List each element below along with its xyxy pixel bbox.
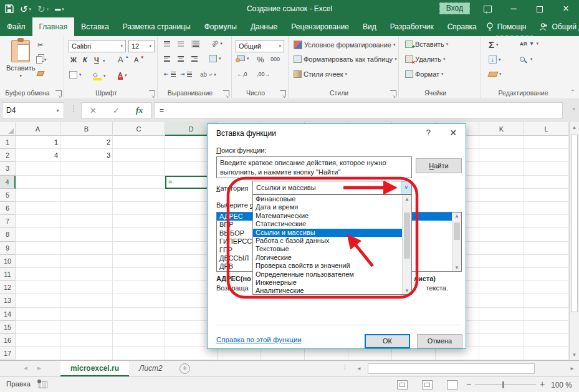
align-middle-button[interactable] — [178, 41, 184, 47]
font-size-combo[interactable]: 12▾ — [128, 40, 155, 52]
cell-H17[interactable] — [348, 347, 392, 360]
cell-B11[interactable] — [60, 268, 113, 281]
row-header-15[interactable]: 15 — [0, 321, 16, 334]
category-option[interactable]: Ссылки и массивы — [253, 229, 411, 237]
zoom-in-icon[interactable]: + — [540, 379, 545, 389]
help-on-function-link[interactable]: Справка по этой функции — [216, 336, 302, 343]
cell-J17[interactable] — [436, 347, 479, 360]
function-scroll-thumb[interactable] — [454, 222, 460, 240]
cell-L12[interactable] — [524, 281, 569, 294]
category-option[interactable]: Определенные пользователем — [253, 270, 411, 279]
cell-G17[interactable] — [305, 347, 348, 360]
tab-ribbon-7[interactable]: Вид — [356, 17, 383, 36]
page-break-view-icon[interactable] — [447, 380, 457, 390]
dropdown-scroll-down-icon[interactable]: ▼ — [403, 288, 411, 294]
cell-C17[interactable] — [113, 347, 165, 360]
cell-K8[interactable] — [479, 228, 524, 241]
cell-B2[interactable]: 3 — [60, 149, 113, 162]
cell-L9[interactable] — [524, 242, 569, 255]
insert-function-icon[interactable]: fx — [136, 105, 143, 115]
cell-C13[interactable] — [113, 294, 165, 307]
normal-view-icon[interactable] — [397, 380, 408, 390]
merge-center-button[interactable]: ▾ — [209, 55, 221, 62]
cell-L16[interactable] — [524, 334, 569, 347]
cell-B13[interactable] — [60, 294, 113, 307]
row-header-4[interactable]: 4 — [0, 176, 16, 189]
cell-L4[interactable] — [524, 176, 569, 189]
font-color-button[interactable]: А▾ — [118, 71, 127, 80]
cell-B6[interactable] — [60, 202, 113, 215]
cell-K5[interactable] — [479, 189, 524, 202]
cell-C9[interactable] — [113, 242, 165, 255]
cell-A14[interactable] — [16, 308, 60, 321]
category-combobox[interactable]: Ссылки и массивы ˅ — [252, 181, 412, 194]
row-header-13[interactable]: 13 — [0, 294, 16, 307]
confirm-entry-icon[interactable]: ✓ — [113, 106, 120, 115]
category-option[interactable]: Статистические — [253, 220, 411, 228]
tab-ribbon-9[interactable]: Справка — [441, 17, 484, 36]
cell-A17[interactable] — [16, 347, 60, 360]
tab-ribbon-2[interactable]: Вставка — [74, 17, 116, 36]
tab-file[interactable]: Файл — [0, 17, 32, 36]
sheet-nav-right-icon[interactable]: ► — [36, 365, 42, 371]
horizontal-scroll-thumb[interactable] — [368, 363, 535, 374]
function-scroll-down-icon[interactable]: ▼ — [452, 265, 461, 270]
cell-L11[interactable] — [524, 268, 569, 281]
tab-ribbon-1[interactable]: Главная — [32, 17, 75, 36]
cell-B15[interactable] — [60, 321, 113, 334]
cell-A9[interactable] — [16, 242, 60, 255]
cell-C15[interactable] — [113, 321, 165, 334]
row-header-8[interactable]: 8 — [0, 228, 16, 241]
cell-K2[interactable] — [479, 149, 524, 162]
underline-button[interactable]: Ч — [94, 56, 99, 64]
cells-button-2[interactable]: Формат▾ — [405, 70, 444, 78]
cell-K14[interactable] — [479, 308, 524, 321]
cell-C6[interactable] — [113, 202, 165, 215]
cell-A6[interactable] — [16, 202, 60, 215]
ribbon-display-options-icon[interactable] — [477, 0, 498, 17]
cell-K16[interactable] — [479, 334, 524, 347]
cell-A8[interactable] — [16, 228, 60, 241]
cell-L1[interactable] — [524, 136, 569, 149]
row-header-16[interactable]: 16 — [0, 334, 16, 347]
cell-B8[interactable] — [60, 228, 113, 241]
zoom-level[interactable]: 100 % — [551, 381, 572, 390]
cut-button[interactable]: ✂ — [37, 41, 43, 49]
tab-share[interactable]: Общий доступ — [550, 17, 579, 36]
scroll-left-icon[interactable]: ◄ — [356, 366, 361, 371]
cell-C10[interactable] — [113, 255, 165, 268]
function-scroll-up-icon[interactable]: ▲ — [452, 213, 461, 219]
cell-K7[interactable] — [479, 215, 524, 228]
styles-dialog-launcher-icon[interactable] — [390, 90, 396, 97]
cell-A16[interactable] — [16, 334, 60, 347]
cell-K15[interactable] — [479, 321, 524, 334]
cell-L2[interactable] — [524, 149, 569, 162]
row-header-2[interactable]: 2 — [0, 149, 16, 162]
cell-K4[interactable] — [479, 176, 524, 189]
cell-A12[interactable] — [16, 281, 60, 294]
cell-C4[interactable] — [113, 176, 165, 189]
font-name-combo[interactable]: Calibri▾ — [69, 40, 126, 52]
column-header-A[interactable]: A — [16, 122, 60, 136]
page-layout-view-icon[interactable] — [422, 380, 433, 390]
name-box[interactable]: D4▼ — [2, 102, 64, 118]
select-all-corner[interactable] — [0, 122, 16, 136]
styles-button-2[interactable]: Стили ячеек▾ — [294, 70, 347, 78]
column-header-B[interactable]: B — [60, 122, 113, 136]
cell-B17[interactable] — [60, 347, 113, 360]
orientation-button[interactable]: ab▾ — [211, 40, 223, 47]
category-option[interactable]: Математические — [253, 212, 411, 220]
alignment-dialog-launcher-icon[interactable] — [223, 90, 229, 97]
column-header-K[interactable]: K — [479, 122, 524, 136]
cell-A5[interactable] — [16, 189, 60, 202]
search-function-input[interactable]: Введите краткое описание действия, котор… — [216, 156, 412, 178]
category-option[interactable]: Логические — [253, 254, 411, 262]
cell-B5[interactable] — [60, 189, 113, 202]
accounting-format-button[interactable]: ▾ — [237, 55, 249, 61]
copy-button[interactable]: ▾ — [36, 56, 47, 64]
sort-filter-button[interactable]: АЯ▼▾ — [520, 41, 538, 47]
cell-K11[interactable] — [479, 268, 524, 281]
cell-L17[interactable] — [524, 347, 569, 360]
scroll-up-icon[interactable]: ▲ — [570, 125, 579, 130]
cell-L13[interactable] — [524, 294, 569, 307]
